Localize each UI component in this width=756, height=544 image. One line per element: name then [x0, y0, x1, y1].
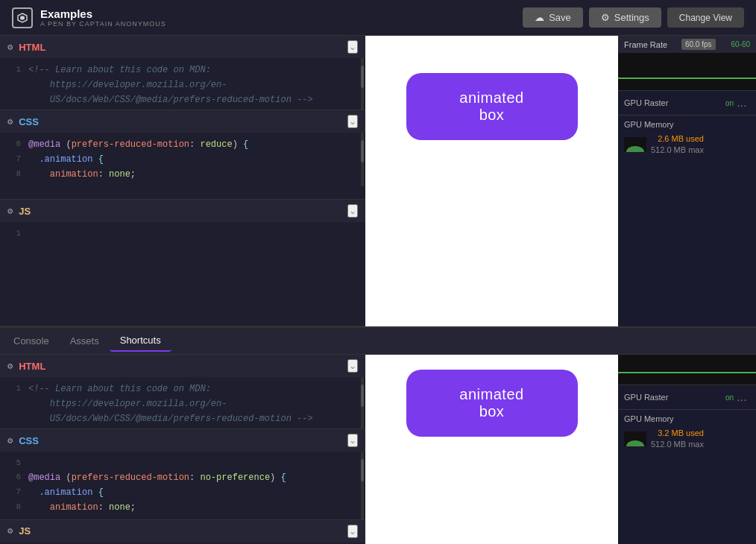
logo-area: Examples A PEN BY CAPTAIN ANONYMOUS	[12, 7, 523, 28]
logo-icon	[12, 7, 33, 28]
html-header-top: ⚙ HTML ⌄	[0, 36, 365, 58]
code-line: 5	[0, 456, 365, 470]
gpu-memory-label: GPU Memory	[624, 120, 750, 129]
change-view-label: Change View	[679, 13, 732, 23]
js-gear-icon[interactable]: ⚙	[7, 206, 13, 217]
code-line: 8 animation: none;	[0, 167, 365, 182]
css-header-top: ⚙ CSS ⌄	[0, 110, 365, 133]
code-line: US/docs/Web/CSS/@media/prefers-reduced-m…	[0, 92, 365, 107]
settings-button[interactable]: ⚙ Settings	[589, 7, 661, 28]
html-collapse-top[interactable]: ⌄	[347, 40, 358, 54]
main-content: ⚙ HTML ⌄ 1 <!-- Learn about this code on…	[0, 36, 756, 544]
tab-assets[interactable]: Assets	[60, 331, 110, 351]
bottom-perf-panel: GPU Raster on … GPU Memory 3.2 MB used 5…	[618, 355, 756, 544]
logo-text: Examples A PEN BY CAPTAIN ANONYMOUS	[40, 7, 166, 28]
console-tabs-bar: Console Assets Shortcuts	[0, 326, 756, 355]
css-title-top: CSS	[19, 116, 341, 127]
top-pane: ⚙ HTML ⌄ 1 <!-- Learn about this code on…	[0, 36, 756, 326]
js-section-top: ⚙ JS ⌄ 1	[0, 200, 365, 326]
html-header-bottom: ⚙ HTML ⌄	[0, 355, 365, 377]
code-line: 1	[0, 227, 365, 241]
gpu-memory-section: GPU Memory 2.6 MB used 512.0 MB max	[618, 115, 756, 159]
header-buttons: ☁ Save ⚙ Settings Change View	[523, 7, 744, 28]
bottom-mem-used: 3.2 MB used	[658, 428, 704, 437]
cloud-icon: ☁	[535, 12, 544, 23]
graph-line	[618, 78, 756, 79]
code-line: 6 @media (prefers-reduced-motion: reduce…	[0, 137, 365, 152]
gpu-raster-menu[interactable]: …	[734, 95, 750, 110]
bottom-gpu-raster-label: GPU Raster	[624, 393, 725, 402]
js-code-area-top[interactable]: 1	[0, 222, 365, 245]
app-name: Examples	[40, 7, 166, 20]
css-header-bottom: ⚙ CSS ⌄	[0, 429, 365, 452]
js-collapse-bottom[interactable]: ⌄	[347, 525, 358, 538]
css-section-bottom: ⚙ CSS ⌄ 5 6 @media (prefers-reduced-moti…	[0, 429, 365, 520]
mem-max: 512.0 MB max	[651, 145, 704, 154]
code-line: https://developer.mozilla.org/en-	[0, 396, 365, 411]
frame-rate-label: Frame Rate	[624, 40, 667, 49]
code-line: 6 @media (prefers-reduced-motion: no-pre…	[0, 470, 365, 485]
js-collapse-top[interactable]: ⌄	[347, 204, 358, 218]
fps-green: 60-60	[731, 40, 750, 48]
css-gear-icon[interactable]: ⚙	[7, 116, 13, 127]
html-title-top: HTML	[19, 42, 341, 53]
bottom-gpu-memory-section: GPU Memory 3.2 MB used 512.0 MB max	[618, 409, 756, 453]
bottom-frame-graph	[618, 355, 756, 385]
fps-badge: 60.0 fps	[681, 39, 716, 50]
bottom-gpu-raster-menu[interactable]: …	[734, 390, 750, 405]
js-section-bottom: ⚙ JS ⌄	[0, 520, 365, 545]
animated-box-bottom: animated box	[406, 370, 578, 437]
html-code-area-top[interactable]: 1 <!-- Learn about this code on MDN: htt…	[0, 58, 365, 110]
animated-box-top: animated box	[406, 73, 578, 140]
css-section-top: ⚙ CSS ⌄ 6 @media (prefers-reduced-motion…	[0, 110, 365, 200]
save-label: Save	[549, 12, 571, 23]
code-line: https://developer.mozilla.org/en-	[0, 78, 365, 92]
tab-console[interactable]: Console	[3, 331, 60, 351]
bottom-graph-line	[618, 372, 756, 373]
bottom-preview: animated box	[365, 355, 618, 544]
app-header: Examples A PEN BY CAPTAIN ANONYMOUS ☁ Sa…	[0, 0, 756, 36]
code-line: 7 .animation {	[0, 485, 365, 500]
css-collapse-top[interactable]: ⌄	[347, 115, 358, 128]
gpu-memory-graph	[624, 137, 646, 152]
css-code-area-bottom[interactable]: 5 6 @media (prefers-reduced-motion: no-p…	[0, 452, 365, 519]
js-title-top: JS	[19, 206, 341, 217]
html-collapse-bottom[interactable]: ⌄	[347, 359, 358, 373]
top-preview: animated box	[365, 36, 618, 326]
html-code-area-bottom[interactable]: 1 <!-- Learn about this code on MDN: htt…	[0, 377, 365, 428]
app-subtitle: A PEN BY CAPTAIN ANONYMOUS	[40, 20, 166, 28]
settings-label: Settings	[614, 12, 649, 23]
gear-icon: ⚙	[601, 12, 610, 23]
html-section-top: ⚙ HTML ⌄ 1 <!-- Learn about this code on…	[0, 36, 365, 110]
html-gear-icon[interactable]: ⚙	[7, 42, 13, 53]
code-line: 8 animation: none;	[0, 500, 365, 515]
gpu-raster-label: GPU Raster	[624, 98, 725, 107]
html-gear-icon-bottom[interactable]: ⚙	[7, 361, 13, 372]
bottom-gpu-memory-graph	[624, 431, 646, 446]
js-header-bottom: ⚙ JS ⌄	[0, 520, 365, 543]
change-view-button[interactable]: Change View	[667, 7, 744, 28]
bottom-memory-values: 3.2 MB used 512.0 MB max	[651, 426, 704, 449]
tab-shortcuts[interactable]: Shortcuts	[110, 330, 171, 352]
bottom-gpu-raster-status: on	[725, 393, 734, 402]
css-collapse-bottom[interactable]: ⌄	[347, 434, 358, 447]
bottom-mem-max: 512.0 MB max	[651, 440, 704, 449]
css-title-bottom: CSS	[19, 435, 341, 446]
save-button[interactable]: ☁ Save	[523, 7, 583, 28]
gpu-raster-row: GPU Raster on …	[618, 90, 756, 115]
gpu-raster-status: on	[725, 99, 734, 107]
frame-rate-header: Frame Rate 60.0 fps 60-60	[618, 36, 756, 53]
code-line: 1 <!-- Learn about this code on MDN:	[0, 382, 365, 396]
js-gear-icon-bottom[interactable]: ⚙	[7, 525, 13, 537]
frame-rate-graph	[618, 53, 756, 90]
memory-values: 2.6 MB used 512.0 MB max	[651, 132, 704, 154]
bottom-gpu-memory-label: GPU Memory	[624, 414, 750, 423]
css-gear-icon-bottom[interactable]: ⚙	[7, 435, 13, 446]
css-code-area-top[interactable]: 6 @media (prefers-reduced-motion: reduce…	[0, 133, 365, 186]
code-line: US/docs/Web/CSS/@media/prefers-reduced-m…	[0, 411, 365, 426]
top-perf-panel: Frame Rate 60.0 fps 60-60 GPU Raster on …	[618, 36, 756, 326]
mem-used: 2.6 MB used	[658, 134, 704, 143]
js-header-top: ⚙ JS ⌄	[0, 200, 365, 222]
html-section-bottom: ⚙ HTML ⌄ 1 <!-- Learn about this code on…	[0, 355, 365, 429]
html-title-bottom: HTML	[19, 361, 341, 372]
